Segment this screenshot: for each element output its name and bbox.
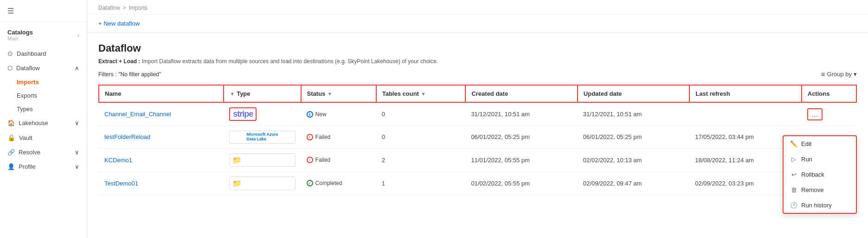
status-label-2: Failed [315,157,331,163]
col-tables-count-label: Tables count [382,90,419,97]
row-name-link-3[interactable]: TestDemo01 [104,180,138,187]
col-updated-date: Updated date [578,85,689,102]
col-actions-label: Actions [808,90,830,97]
group-by-chevron-icon: ▾ [854,71,857,78]
table-row: KCDemo1 📁 ! Failed 2 11/01/2022, 0 [99,148,856,172]
sidebar-catalogs-section: Catalogs Main › [0,22,87,46]
status-badge-0: ℹ New [307,111,371,118]
cell-tables-count-1: 0 [376,126,466,149]
filter-tables-icon[interactable]: ▼ [421,91,426,97]
cell-status-0: ℹ New [301,102,376,126]
menu-item-run[interactable]: ▷ Run [784,152,856,167]
sidebar-item-resolve[interactable]: 🔗 Resolve ∨ [0,145,87,159]
type-cell-0: stripe [229,107,295,121]
filters-text: Filters : "No filter applied" [98,71,161,78]
col-status: Status ▼ [301,85,376,102]
cell-name-2: KCDemo1 [99,148,224,172]
menu-item-edit[interactable]: ✏️ Edit [784,136,856,152]
breadcrumb-dataflow[interactable]: Dataflow [98,5,120,11]
hamburger-icon[interactable]: ☰ [7,7,14,15]
resolve-chevron-icon: ∨ [75,149,79,156]
page-content: Dataflow Extract + Load : Import Dataflo… [87,33,868,238]
table-header-row: Name ▼ Type Status ▼ [99,85,856,102]
filter-type-icon[interactable]: ▼ [230,91,235,97]
cell-last-refresh-0 [689,102,801,126]
status-badge-3: ✓ Completed [307,180,371,186]
stripe-logo: stripe [229,107,257,121]
col-type: ▼ Type [224,85,301,102]
cell-created-date-1: 06/01/2022, 05:25 pm [465,126,577,149]
group-by-button[interactable]: ≡ Group by ▾ [821,70,857,78]
cell-type-3: 📁 [224,172,301,195]
dataflow-chevron-icon: ∧ [75,65,79,72]
row-name-link-1[interactable]: testFolderReload [104,133,150,140]
remove-icon: 🗑 [790,186,797,193]
col-name-label: Name [105,90,121,97]
col-status-label: Status [307,90,326,97]
resolve-icon: 🔗 [7,149,15,156]
menu-item-rollback[interactable]: ↩ Rollback [784,167,856,182]
actions-dots-button-0[interactable]: ... [807,108,823,120]
row-name-link-0[interactable]: Channel_Email_Channel [104,111,171,118]
sidebar-item-imports[interactable]: Imports [0,75,87,89]
cell-type-2: 📁 [224,148,301,172]
row-name-link-2[interactable]: KCDemo1 [104,157,132,164]
menu-item-remove[interactable]: 🗑 Remove [784,182,856,198]
sidebar-item-types[interactable]: Types [0,102,87,116]
cell-type-0: stripe [224,102,301,126]
sidebar-collapse-icon[interactable]: › [77,32,79,39]
cell-updated-date-3: 02/09/2022, 09:47 am [578,172,689,195]
sidebar-item-resolve-label: Resolve [19,149,40,156]
sidebar-item-profile-label: Profile [19,163,36,170]
sidebar-item-dashboard[interactable]: ⊙ Dashboard [0,46,87,61]
cell-created-date-2: 11/01/2022, 05:55 pm [465,148,577,172]
cell-name-1: testFolderReload [99,126,224,149]
status-dot-3: ✓ [307,180,313,186]
group-by-list-icon: ≡ [821,70,825,78]
run-history-icon: 🕐 [790,202,797,209]
cell-updated-date-1: 06/01/2022, 05:25 pm [578,126,689,149]
lakehouse-icon: 🏠 [7,119,15,126]
cell-created-date-0: 31/12/2021, 10:51 am [465,102,577,126]
col-last-refresh: Last refresh [689,85,801,102]
page-title: Dataflow [98,42,857,54]
sidebar-item-dataflow-label: Dataflow [16,65,40,72]
run-icon: ▷ [790,156,797,163]
menu-rollback-label: Rollback [801,171,824,178]
sidebar-item-dataflow[interactable]: ⬡ Dataflow ∧ [0,61,87,75]
col-created-date-label: Created date [471,90,508,97]
sidebar-item-exports[interactable]: Exports [0,89,87,102]
cell-status-3: ✓ Completed [301,172,376,195]
sidebar-item-lakehouse-label: Lakehouse [19,119,48,126]
folder-icon-2: 📁 [229,177,295,190]
filter-status-icon[interactable]: ▼ [327,91,332,97]
cell-tables-count-3: 1 [376,172,466,195]
sidebar-header: ☰ [0,0,87,22]
status-label-1: Failed [315,134,331,140]
breadcrumb-separator: > [123,5,126,11]
cell-updated-date-2: 02/02/2022, 10:13 am [578,148,689,172]
status-badge-1: ! Failed [307,134,371,140]
new-dataflow-button[interactable]: + New dataflow [98,18,140,29]
status-badge-2: ! Failed [307,157,371,163]
rollback-icon: ↩ [790,171,797,178]
cell-tables-count-2: 2 [376,148,466,172]
dataflow-icon: ⬡ [7,65,13,72]
main-content: Dataflow > Imports + New dataflow Datafl… [87,0,868,238]
breadcrumb: Dataflow > Imports [87,0,868,14]
type-cell-1: Microsoft AzureData Lake [229,131,295,144]
menu-edit-label: Edit [801,140,811,147]
sidebar-item-profile[interactable]: 👤 Profile ∨ [0,159,87,174]
lakehouse-chevron-icon: ∨ [75,119,79,126]
sidebar-item-vault-label: Vault [19,134,32,141]
cell-created-date-3: 01/02/2022, 05:55 pm [465,172,577,195]
menu-item-run-history[interactable]: 🕐 Run history [784,198,856,213]
col-tables-count: Tables count ▼ [376,85,466,102]
menu-remove-label: Remove [801,186,823,193]
sidebar-item-lakehouse[interactable]: 🏠 Lakehouse ∨ [0,116,87,130]
menu-run-history-label: Run history [801,202,832,209]
cell-name-0: Channel_Email_Channel [99,102,224,126]
col-last-refresh-label: Last refresh [695,90,730,97]
folder-icon: 📁 [229,153,295,167]
sidebar-item-vault[interactable]: 🔒 Vault [0,130,87,145]
